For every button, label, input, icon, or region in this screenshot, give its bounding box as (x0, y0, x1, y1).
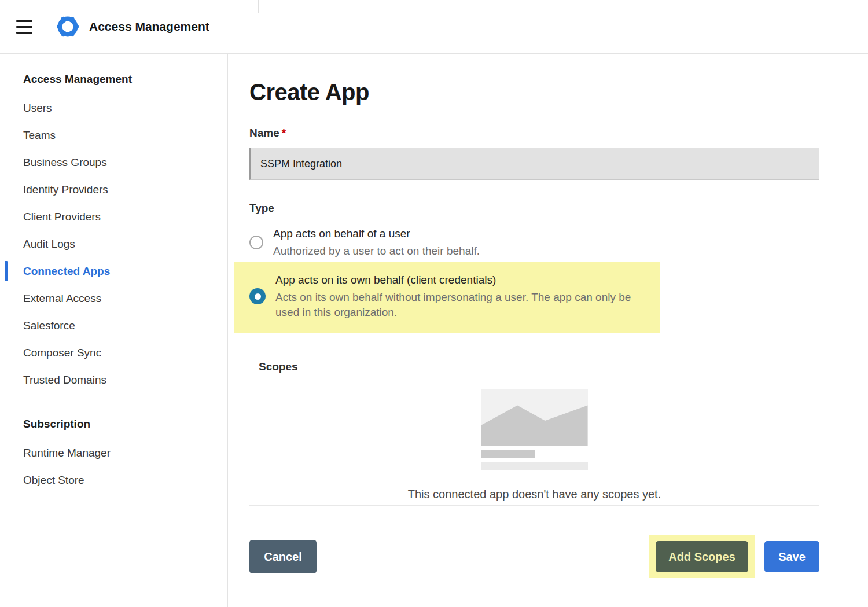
radio-option-user-behalf[interactable]: App acts on behalf of a user Authorized … (249, 226, 819, 259)
sidebar-section-heading-access-management: Access Management (23, 73, 227, 86)
highlight-annotation: App acts on its own behalf (client crede… (234, 262, 660, 333)
radio-unselected-icon[interactable] (249, 236, 263, 249)
sidebar-item-connected-apps[interactable]: Connected Apps (23, 257, 227, 285)
sidebar-item-teams[interactable]: Teams (23, 122, 227, 149)
radio-option-title: App acts on its own behalf (client crede… (275, 273, 644, 288)
divider (249, 505, 819, 506)
placeholder-image-frame (481, 389, 588, 446)
top-header: Access Management (0, 0, 868, 54)
name-input[interactable] (249, 148, 819, 180)
window-edge-artifact (258, 0, 259, 13)
sidebar-section-heading-subscription: Subscription (23, 418, 227, 431)
radio-option-title: App acts on behalf of a user (273, 226, 480, 241)
radio-option-client-credentials[interactable]: App acts on its own behalf (client crede… (249, 273, 644, 320)
scopes-label: Scopes (259, 360, 819, 373)
sidebar-item-runtime-manager[interactable]: Runtime Manager (23, 439, 227, 466)
placeholder-mountain-shape (481, 389, 588, 446)
add-scopes-button[interactable]: Add Scopes (656, 541, 748, 572)
sidebar-item-users[interactable]: Users (23, 94, 227, 122)
required-asterisk: * (282, 127, 286, 139)
sidebar-item-salesforce[interactable]: Salesforce (23, 312, 227, 339)
radio-option-text: App acts on its own behalf (client crede… (275, 273, 644, 320)
main-content: Create App Name* Type App acts on behalf… (228, 54, 868, 607)
sidebar-item-client-providers[interactable]: Client Providers (23, 203, 227, 230)
placeholder-text-bar (481, 462, 588, 470)
name-label: Name* (249, 127, 819, 139)
cancel-button[interactable]: Cancel (249, 540, 317, 573)
app-title: Access Management (89, 20, 209, 34)
type-label: Type (249, 202, 819, 215)
sidebar-item-composer-sync[interactable]: Composer Sync (23, 339, 227, 366)
app-logo-icon (56, 15, 79, 38)
sidebar-item-identity-providers[interactable]: Identity Providers (23, 176, 227, 203)
sidebar: Access Management Users Teams Business G… (0, 54, 228, 607)
save-button[interactable]: Save (764, 541, 819, 572)
highlight-annotation: Add Scopes (649, 535, 755, 578)
sidebar-item-business-groups[interactable]: Business Groups (23, 149, 227, 176)
scopes-empty-message: This connected app doesn't have any scop… (249, 488, 819, 501)
sidebar-item-audit-logs[interactable]: Audit Logs (23, 230, 227, 257)
radio-option-description: Authorized by a user to act on their beh… (273, 244, 480, 259)
sidebar-item-external-access[interactable]: External Access (23, 285, 227, 312)
radio-option-text: App acts on behalf of a user Authorized … (273, 226, 480, 259)
image-placeholder-icon (481, 389, 588, 470)
placeholder-text-bar (481, 450, 535, 458)
sidebar-item-object-store[interactable]: Object Store (23, 466, 227, 494)
page-title: Create App (249, 79, 819, 105)
hamburger-icon[interactable] (16, 20, 32, 34)
radio-selected-icon[interactable] (249, 288, 266, 304)
name-label-text: Name (249, 127, 279, 139)
footer-right-group: Add Scopes Save (649, 535, 819, 578)
footer-actions: Cancel Add Scopes Save (249, 535, 819, 578)
radio-option-description: Acts on its own behalf without impersona… (275, 290, 644, 320)
sidebar-item-trusted-domains[interactable]: Trusted Domains (23, 366, 227, 393)
